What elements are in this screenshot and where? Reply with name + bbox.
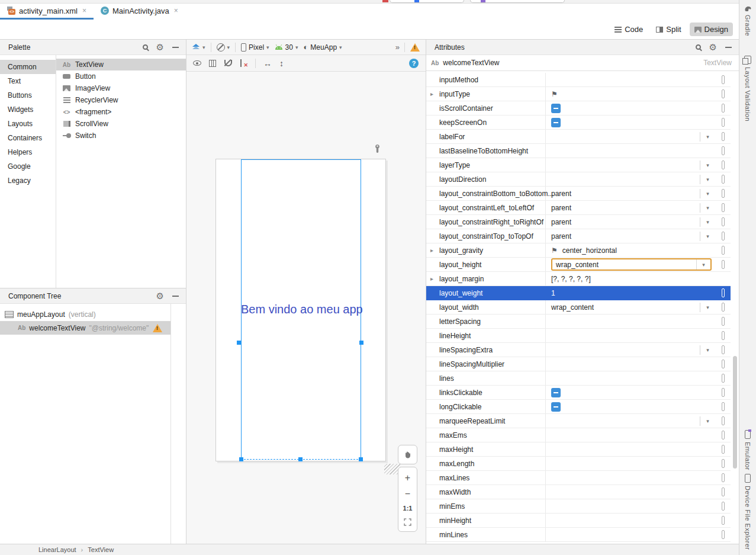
- attribute-row-layout-margin[interactable]: ▸layout_margin[?, ?, ?, ?, ?]: [426, 272, 731, 286]
- palette-category-legacy[interactable]: Legacy: [0, 174, 56, 188]
- attribute-row-maxheight[interactable]: maxHeight: [426, 442, 731, 457]
- warning-icon[interactable]: [153, 324, 162, 332]
- resource-picker-icon[interactable]: [722, 89, 725, 98]
- resource-picker-icon[interactable]: [722, 473, 725, 482]
- resource-picker-icon[interactable]: [722, 146, 725, 155]
- attribute-row-inputmethod[interactable]: inputMethod: [426, 73, 731, 87]
- attribute-value-cell[interactable]: ▾: [546, 343, 715, 357]
- palette-category-google[interactable]: Google: [0, 159, 56, 174]
- attribute-value-cell[interactable]: [546, 499, 715, 513]
- attribute-value-cell[interactable]: [546, 442, 715, 456]
- attribute-row-keepscreenon[interactable]: keepScreenOn: [426, 116, 731, 130]
- attribute-value-cell[interactable]: wrap_content▾: [546, 258, 715, 271]
- palette-item-scrollview[interactable]: ScrollView: [56, 118, 186, 130]
- zoom-in-button[interactable]: +: [405, 473, 410, 483]
- chevron-down-icon[interactable]: ▾: [700, 232, 715, 241]
- resource-picker-icon[interactable]: [722, 104, 725, 113]
- api-selector[interactable]: 30 ▾: [275, 43, 298, 52]
- attribute-value-cell[interactable]: [546, 386, 715, 399]
- resource-picker-icon[interactable]: [722, 374, 725, 383]
- gear-icon[interactable]: [156, 43, 164, 52]
- toolwindow-layout-validation[interactable]: Layout Validation: [739, 56, 756, 121]
- attribute-row-minlines[interactable]: minLines: [426, 528, 731, 542]
- attribute-row-lines[interactable]: lines: [426, 371, 731, 386]
- theme-selector[interactable]: MeuApp ▾: [304, 43, 342, 52]
- attribute-value-cell[interactable]: [546, 457, 715, 470]
- resize-handle-bottom-left[interactable]: [239, 457, 243, 461]
- attribute-row-maxems[interactable]: maxEms: [426, 428, 731, 442]
- attribute-value-cell[interactable]: [546, 357, 715, 371]
- attribute-row-labelfor[interactable]: labelFor▾: [426, 130, 731, 144]
- indeterminate-checkbox[interactable]: [551, 388, 561, 397]
- attribute-row-letterspacing[interactable]: letterSpacing: [426, 315, 731, 329]
- design-canvas[interactable]: Bem vindo ao meu app + − 1:1: [186, 72, 426, 543]
- close-icon[interactable]: ×: [82, 7, 86, 15]
- attribute-row-longclickable[interactable]: longClickable: [426, 400, 731, 414]
- toolwindow-device-file-explorer[interactable]: Device File Explorer: [739, 474, 756, 550]
- resize-handle-bottom-right[interactable]: [359, 457, 363, 461]
- pan-tool-button[interactable]: [398, 445, 417, 464]
- breadcrumb-item-linearlayout[interactable]: LinearLayout: [38, 546, 76, 553]
- attribute-row-layout-constraintbottom-tobottom[interactable]: layout_constraintBottom_toBottom...paren…: [426, 187, 731, 201]
- palette-category-layouts[interactable]: Layouts: [0, 117, 56, 131]
- resource-picker-icon[interactable]: [722, 331, 725, 340]
- attribute-value-cell[interactable]: [546, 371, 715, 385]
- palette-category-text[interactable]: Text: [0, 74, 56, 88]
- toolwindow-emulator[interactable]: Emulator: [739, 430, 756, 470]
- resource-picker-icon[interactable]: [722, 288, 725, 297]
- resource-picker-icon[interactable]: [722, 388, 725, 397]
- attribute-row-minems[interactable]: minEms: [426, 499, 731, 514]
- attribute-value-cell[interactable]: [546, 485, 715, 499]
- attribute-value-cell[interactable]: [546, 315, 715, 328]
- attribute-value-cell[interactable]: parent▾: [546, 187, 715, 200]
- attribute-row-maxlength[interactable]: maxLength: [426, 457, 731, 471]
- resize-handle-bottom-center[interactable]: [298, 457, 303, 461]
- close-icon[interactable]: ×: [174, 7, 178, 15]
- palette-item-textview[interactable]: AbTextView: [56, 59, 186, 70]
- palette-category-common[interactable]: Common: [0, 60, 56, 74]
- resource-picker-icon[interactable]: [722, 317, 725, 326]
- palette-category-helpers[interactable]: Helpers: [0, 145, 56, 159]
- expand-icon[interactable]: ▸: [430, 275, 433, 282]
- attribute-value-cell[interactable]: [546, 428, 715, 442]
- hide-panel-icon[interactable]: [725, 47, 732, 48]
- attribute-row-layout-width[interactable]: layout_widthwrap_content▾: [426, 300, 731, 315]
- split-mode-button[interactable]: Split: [651, 23, 686, 36]
- hide-panel-icon[interactable]: [172, 296, 179, 297]
- attribute-row-marqueerepeatlimit[interactable]: marqueeRepeatLimit▾: [426, 414, 731, 428]
- toolwindow-gradle[interactable]: Gradle: [739, 5, 756, 36]
- resource-picker-icon[interactable]: [722, 345, 725, 354]
- attribute-row-lastbaselinetobottomheight[interactable]: lastBaselineToBottomHeight: [426, 144, 731, 158]
- resource-picker-icon[interactable]: [722, 530, 725, 539]
- resize-handle-left[interactable]: [237, 341, 241, 345]
- attribute-value-cell[interactable]: [546, 528, 715, 541]
- attribute-row-layout-constraintleft-toleftof[interactable]: layout_constraintLeft_toLeftOfparent▾: [426, 201, 731, 215]
- attribute-row-layoutdirection[interactable]: layoutDirection▾: [426, 172, 731, 187]
- attribute-value-cell[interactable]: ⚑: [546, 87, 715, 101]
- attribute-value-cell[interactable]: [?, ?, ?, ?, ?]: [546, 272, 715, 285]
- attribute-value-cell[interactable]: [546, 471, 715, 485]
- resource-picker-icon[interactable]: [722, 516, 725, 525]
- view-options-button[interactable]: [193, 60, 201, 66]
- chevron-down-icon[interactable]: ▾: [700, 203, 715, 213]
- palette-item-switch[interactable]: Switch: [56, 130, 186, 142]
- attribute-row-layout-weight[interactable]: layout_weight1: [426, 286, 731, 300]
- chevron-down-icon[interactable]: ▾: [700, 416, 715, 426]
- focused-combo-box[interactable]: wrap_content▾: [551, 258, 712, 271]
- indeterminate-checkbox[interactable]: [551, 118, 561, 127]
- orientation-button[interactable]: ▾: [217, 43, 230, 52]
- chevron-down-icon[interactable]: ▾: [700, 189, 715, 198]
- chevron-down-icon[interactable]: ▾: [700, 161, 715, 170]
- chevron-down-icon[interactable]: ▾: [700, 217, 715, 227]
- resource-picker-icon[interactable]: [722, 360, 725, 368]
- code-mode-button[interactable]: Code: [610, 23, 648, 36]
- attribute-row-linespacingextra[interactable]: lineSpacingExtra▾: [426, 343, 731, 357]
- help-icon[interactable]: ?: [409, 59, 419, 68]
- chevron-down-icon[interactable]: ▾: [696, 259, 710, 270]
- attribute-value-cell[interactable]: [546, 101, 715, 115]
- infer-vertical-icon[interactable]: ↕: [279, 59, 284, 68]
- autoconnect-off-icon[interactable]: [224, 59, 231, 67]
- attribute-value-cell[interactable]: [546, 329, 715, 342]
- tab-activity-main-xml[interactable]: <> activity_main.xml ×: [0, 4, 94, 20]
- expand-icon[interactable]: ▸: [430, 91, 433, 97]
